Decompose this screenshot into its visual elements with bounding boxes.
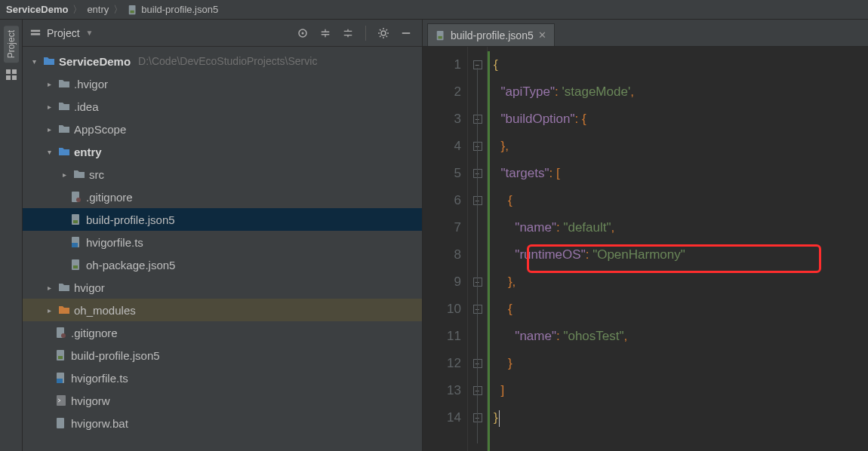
tree-item-label: build-profile.json5: [71, 349, 160, 362]
tree-item[interactable]: build-profile.json5: [23, 344, 422, 367]
breadcrumb: ServiceDemo 〉 entry 〉 build-profile.json…: [0, 0, 868, 20]
tree-item-label: build-profile.json5: [86, 213, 175, 226]
tool-window-bar: Project: [0, 20, 23, 451]
svg-rect-4: [6, 75, 11, 80]
line-number: 2: [423, 78, 461, 106]
tree-item-label: .gitignore: [71, 327, 118, 339]
svg-rect-11: [402, 32, 411, 34]
line-number: 3: [423, 106, 461, 133]
tree-item-label: .gitignore: [86, 191, 133, 204]
chevron-down-icon[interactable]: ▾: [44, 148, 54, 156]
hide-panel-button[interactable]: [398, 25, 414, 41]
project-panel: Project ▼ ▾ ServiceDemo D:\Code\DevEcoSt…: [23, 20, 423, 451]
svg-point-21: [61, 333, 66, 338]
line-number: 1: [423, 51, 461, 78]
folder-icon: [57, 122, 71, 136]
tree-item[interactable]: hvigorfile.ts: [23, 367, 422, 389]
editor-tab[interactable]: build-profile.json5 ✕: [427, 23, 555, 46]
close-icon[interactable]: ✕: [538, 29, 546, 41]
project-panel-header: Project ▼: [23, 20, 422, 47]
line-number: 10: [423, 296, 461, 323]
crumb-module[interactable]: entry: [87, 4, 109, 15]
tree-item-label: hvigorfile.ts: [86, 236, 143, 249]
tree-root[interactable]: ▾ ServiceDemo D:\Code\DevEcoStudioProjec…: [23, 50, 422, 72]
settings-button[interactable]: [375, 25, 392, 41]
crumb-file[interactable]: build-profile.json5: [128, 4, 218, 15]
tree-item-label: src: [89, 168, 104, 181]
tree-item[interactable]: ▸ .idea: [23, 95, 422, 118]
separator: [365, 26, 366, 41]
editor-tab-label: build-profile.json5: [451, 29, 534, 41]
svg-rect-23: [58, 356, 63, 359]
folder-icon: [57, 100, 71, 113]
tree-item[interactable]: ▸ hvigor: [23, 276, 422, 299]
chevron-right-icon[interactable]: ▸: [44, 80, 54, 88]
tree-item-label: hvigorw: [71, 394, 110, 407]
tree-item[interactable]: ▸ oh_modules: [23, 299, 422, 321]
chevron-down-icon[interactable]: ▼: [86, 29, 94, 37]
tree-item[interactable]: ▸ .hvigor: [23, 72, 422, 95]
svg-rect-6: [31, 29, 40, 32]
line-number: 11: [423, 323, 461, 350]
tree-item-label: AppScope: [74, 123, 126, 136]
chevron-right-icon[interactable]: ▸: [44, 284, 54, 292]
ts-file-icon: [69, 235, 83, 249]
svg-rect-27: [57, 418, 64, 428]
line-number: 4: [423, 133, 461, 160]
svg-rect-25: [57, 379, 63, 383]
chevron-right-icon[interactable]: ▸: [44, 103, 54, 111]
chevron-down-icon[interactable]: ▾: [29, 57, 39, 66]
tree-item[interactable]: oh-package.json5: [23, 253, 422, 276]
tree-item-label: .idea: [74, 100, 99, 113]
line-number: 6: [423, 187, 461, 214]
highlight-annotation: [527, 244, 821, 273]
tree-item[interactable]: hvigorw: [23, 389, 422, 412]
tree-item-label: oh_modules: [74, 304, 136, 317]
json-file-icon: [69, 258, 83, 272]
tree-item[interactable]: hvigorfile.ts: [23, 231, 422, 253]
line-number: 14: [423, 404, 461, 431]
code-editor[interactable]: 1 2 3 4 5 6 7 8 9 10 11 12 13 14: [423, 47, 868, 451]
select-open-file-button[interactable]: [294, 25, 311, 41]
folder-icon: [72, 167, 86, 181]
project-tool-tab[interactable]: Project: [4, 26, 19, 63]
expand-all-button[interactable]: [317, 25, 334, 41]
svg-rect-1: [131, 10, 134, 13]
crumb-project[interactable]: ServiceDemo: [6, 4, 68, 15]
line-number: 9: [423, 268, 461, 296]
json-file-icon: [54, 348, 68, 362]
line-gutter: 1 2 3 4 5 6 7 8 9 10 11 12 13 14: [423, 47, 468, 451]
svg-point-13: [76, 198, 81, 202]
tree-item[interactable]: ▸ src: [23, 163, 422, 186]
project-tree[interactable]: ▾ ServiceDemo D:\Code\DevEcoStudioProjec…: [23, 47, 422, 451]
file-icon: [54, 416, 68, 430]
fold-gutter: − − − − − − − − − −: [468, 47, 488, 451]
module-folder-icon: [57, 145, 71, 158]
collapse-all-button[interactable]: [340, 25, 356, 41]
tree-item-selected[interactable]: build-profile.json5: [23, 208, 422, 231]
folder-icon: [57, 281, 71, 294]
tree-item[interactable]: hvigorw.bat: [23, 412, 422, 434]
svg-rect-29: [439, 35, 442, 38]
chevron-right-icon[interactable]: ▸: [44, 125, 54, 133]
tree-item[interactable]: .gitignore: [23, 186, 422, 208]
chevron-right-icon[interactable]: ▸: [59, 170, 69, 179]
json-file-icon: [69, 213, 83, 226]
structure-icon[interactable]: [5, 69, 17, 81]
panel-icon: [30, 28, 41, 38]
tree-item-label: .hvigor: [74, 78, 108, 91]
panel-title[interactable]: Project: [47, 27, 80, 39]
svg-rect-19: [73, 265, 78, 268]
chevron-right-icon[interactable]: ▸: [44, 306, 54, 314]
file-icon: [54, 326, 68, 339]
tree-item[interactable]: ▸ AppScope: [23, 118, 422, 140]
svg-rect-17: [72, 243, 78, 247]
line-number: 13: [423, 377, 461, 404]
tree-root-path: D:\Code\DevEcoStudioProjects\Servic: [138, 55, 317, 67]
line-number: 8: [423, 241, 461, 268]
code-content[interactable]: { "apiType": 'stageMode', "buildOption":…: [488, 47, 868, 451]
project-folder-icon: [42, 54, 56, 68]
tree-item-entry[interactable]: ▾ entry: [23, 140, 422, 163]
tree-item[interactable]: .gitignore: [23, 321, 422, 344]
tree-item-label: oh-package.json5: [86, 259, 175, 272]
